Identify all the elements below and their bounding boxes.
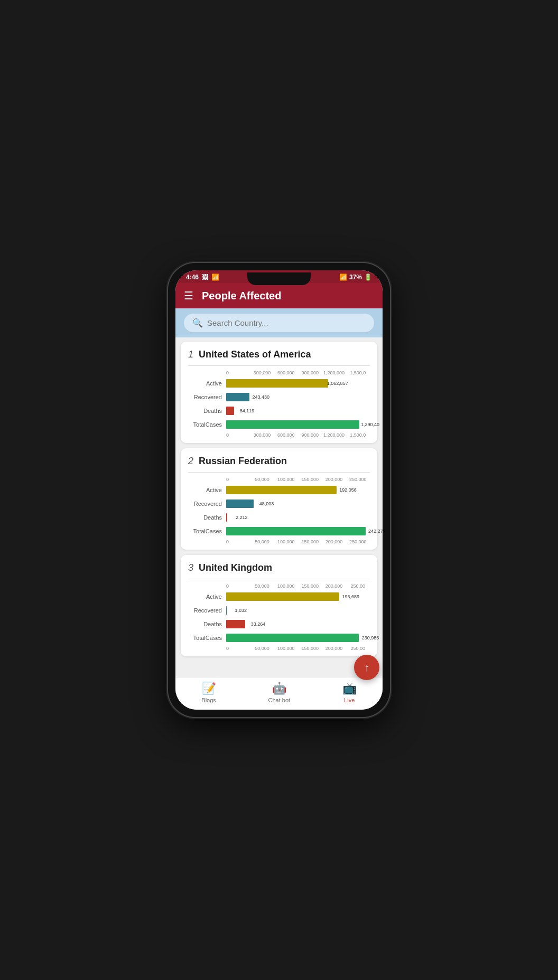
chart-container: 050,000100,000150,000200,000250,00Active… [188, 583, 370, 651]
axis-label: 1,200,000 [322, 370, 346, 375]
axis-label: 100,000 [274, 477, 298, 482]
hamburger-icon[interactable]: ☰ [184, 289, 193, 302]
wifi-icon: 📶 [211, 274, 219, 281]
axis-label: 250,000 [346, 539, 370, 544]
axis-label: 0 [226, 370, 250, 375]
bar-area: 1,390,40 [226, 419, 370, 430]
chart-container: 050,000100,000150,000200,000250,000Activ… [188, 477, 370, 544]
axis-label: 1,500,0 [346, 432, 370, 438]
axis-label: 150,000 [298, 583, 322, 589]
axis-label: 900,000 [298, 370, 322, 375]
country-header: 3United Kingdom [188, 562, 370, 573]
chart-container: 0300,000600,000900,0001,200,0001,500,0Ac… [188, 370, 370, 438]
bar-value: 243,430 [253, 394, 270, 400]
battery-text: 37% [349, 274, 362, 281]
bar-row-deaths: Deaths2,212 [188, 512, 370, 523]
bar-recovered: 243,430 [226, 393, 249, 401]
nav-blogs-label: Blogs [201, 697, 216, 703]
axis-bottom: 0300,000600,000900,0001,200,0001,500,0 [226, 432, 370, 438]
bar-area: 33,264 [226, 618, 370, 630]
country-name: Russian Federation [199, 456, 287, 467]
page-title: People Affected [202, 290, 281, 302]
status-time: 4:46 [186, 274, 199, 281]
bar-value: 1,032 [235, 608, 247, 613]
axis-label: 200,000 [322, 583, 346, 589]
nav-item-blogs[interactable]: 📝Blogs [201, 682, 216, 703]
axis-top: 050,000100,000150,000200,000250,000 [226, 477, 370, 482]
bar-area: 2,212 [226, 512, 370, 523]
axis-label: 300,000 [250, 432, 274, 438]
bar-deaths: 33,264 [226, 620, 245, 628]
country-rank: 2 [188, 456, 193, 467]
bar-row-active: Active192,056 [188, 484, 370, 496]
bar-area: 48,003 [226, 498, 370, 510]
axis-label: 1,500,0 [346, 370, 370, 375]
bar-row-recovered: Recovered48,003 [188, 498, 370, 510]
axis-label: 900,000 [298, 432, 322, 438]
search-icon: 🔍 [192, 318, 203, 328]
axis-label: 0 [226, 432, 250, 438]
nav-item-live[interactable]: 📺Live [342, 682, 357, 703]
axis-label: 50,000 [250, 646, 274, 651]
axis-top: 050,000100,000150,000200,000250,00 [226, 583, 370, 589]
axis-label: 0 [226, 539, 250, 544]
status-right: 📶 37% 🔋 [339, 274, 372, 281]
bar-value: 1,390,40 [361, 422, 379, 427]
search-container: 🔍 [175, 308, 383, 337]
bar-recovered: 48,003 [226, 500, 254, 508]
axis-label: 200,000 [322, 539, 346, 544]
bar-label: Active [188, 593, 226, 600]
status-left: 4:46 🖼 📶 [186, 274, 219, 281]
nav-live-icon: 📺 [342, 682, 357, 695]
bar-total: 242,271 [226, 527, 366, 535]
bar-label: TotalCases [188, 421, 226, 428]
axis-label: 100,000 [274, 539, 298, 544]
axis-label: 1,200,000 [322, 432, 346, 438]
axis-top: 0300,000600,000900,0001,200,0001,500,0 [226, 370, 370, 375]
axis-bottom: 050,000100,000150,000200,000250,000 [226, 539, 370, 544]
battery-icon: 🔋 [364, 274, 372, 281]
axis-label: 0 [226, 583, 250, 589]
nav-live-label: Live [344, 697, 355, 703]
bar-value: 230,985 [362, 635, 379, 640]
axis-label: 250,00 [346, 583, 370, 589]
bar-deaths: 2,212 [226, 513, 227, 522]
axis-label: 150,000 [298, 477, 322, 482]
nav-blogs-icon: 📝 [202, 682, 216, 695]
axis-label: 250,00 [346, 646, 370, 651]
bar-value: 2,212 [236, 515, 248, 520]
axis-label: 100,000 [274, 583, 298, 589]
bar-label: TotalCases [188, 528, 226, 534]
bar-row-recovered: Recovered1,032 [188, 605, 370, 616]
bar-area: 1,062,857 [226, 378, 370, 389]
axis-label: 150,000 [298, 646, 322, 651]
phone-frame: 4:46 🖼 📶 📶 37% 🔋 ☰ People Affected 🔍 1U [168, 263, 390, 717]
bar-row-total: TotalCases1,390,40 [188, 419, 370, 430]
bar-value: 242,271 [368, 529, 383, 534]
bar-area: 192,056 [226, 484, 370, 496]
bar-row-total: TotalCases242,271 [188, 525, 370, 537]
axis-label: 0 [226, 477, 250, 482]
country-name: United Kingdom [199, 562, 272, 573]
country-rank: 1 [188, 349, 193, 360]
country-header: 1United States of America [188, 349, 370, 360]
nav-item-chat-bot[interactable]: 🤖Chat bot [268, 682, 290, 703]
bar-area: 242,271 [226, 525, 370, 537]
scroll-to-top-button[interactable]: ↑ [354, 655, 379, 680]
axis-bottom: 050,000100,000150,000200,000250,00 [226, 646, 370, 651]
axis-label: 0 [226, 646, 250, 651]
axis-label: 50,000 [250, 539, 274, 544]
bar-label: Recovered [188, 501, 226, 507]
bar-value: 196,689 [342, 594, 360, 599]
bottom-nav: 📝Blogs🤖Chat bot📺Live [175, 677, 383, 710]
divider [188, 365, 370, 366]
content-scroll[interactable]: 1United States of America0300,000600,000… [175, 337, 383, 677]
signal-icon: 📶 [339, 274, 347, 281]
search-input[interactable] [207, 318, 366, 327]
bar-label: Deaths [188, 621, 226, 627]
axis-label: 200,000 [322, 477, 346, 482]
bar-row-recovered: Recovered243,430 [188, 391, 370, 403]
search-bar: 🔍 [184, 314, 374, 332]
notch [247, 272, 311, 285]
country-rank: 3 [188, 562, 193, 573]
